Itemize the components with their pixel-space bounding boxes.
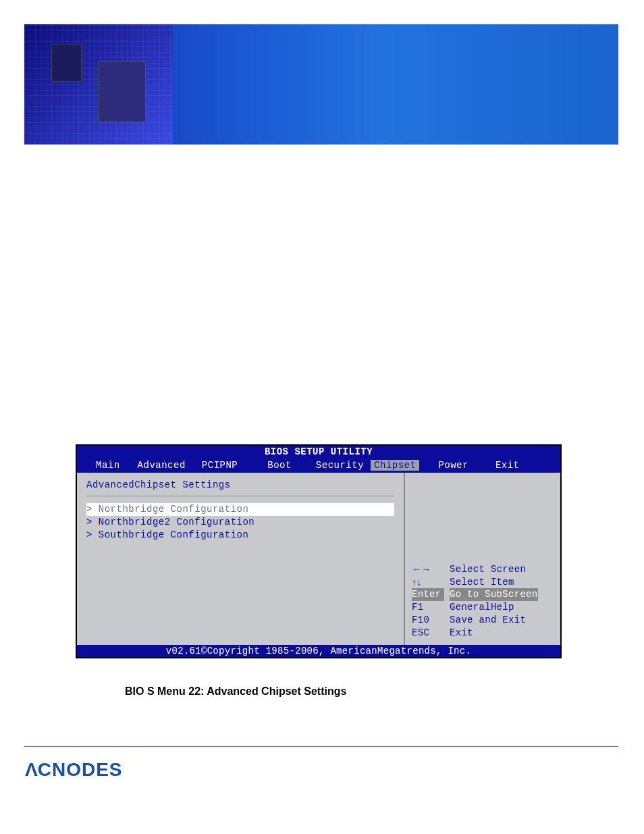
tab-power[interactable]: Power [433,460,474,471]
tab-advanced[interactable]: Advanced [132,460,191,471]
up-down-arrow-icon: ↑↓ [412,576,444,589]
help-text-select-screen: Select Screen [450,563,526,576]
help-row-esc: ESC Exit [412,627,554,640]
section-divider [86,496,394,496]
chip-graphic-1 [99,61,146,122]
help-text-esc: Exit [450,627,473,640]
tab-main[interactable]: Main [90,460,126,471]
figure-caption: BIO S Menu 22: Advanced Chipset Settings [125,685,346,698]
logo-icon: Λ [24,759,38,781]
help-text-enter: Go to SubScreen [450,588,538,601]
tab-pcipnp[interactable]: PCIPNP [196,460,243,471]
tab-security[interactable]: Security [311,460,369,471]
bios-utility-window: BIOS SETUP UTILITY Main Advanced PCIPNP … [76,444,562,658]
left-right-arrow-icon: ←→ [412,563,444,576]
brand-text: CNODES [38,759,123,780]
chip-graphic-2 [51,45,82,82]
bios-title: BIOS SETUP UTILITY [77,446,560,458]
help-row-f10: F10 Save and Exit [412,614,554,627]
help-row-enter: Enter Go to SubScreen [412,588,554,601]
help-key-f10: F10 [412,614,444,627]
bios-footer: v02.61©Copyright 1985-2006, AmericanMega… [77,645,560,657]
menu-item-northbridge2[interactable]: > Northbridge2 Configuration [86,516,394,529]
section-title: AdvancedChipset Settings [86,479,394,490]
help-key-enter: Enter [412,588,444,601]
menu-item-northbridge[interactable]: > Northbridge Configuration [86,503,394,516]
help-text-f1: GeneralHelp [450,601,514,614]
bios-body: AdvancedChipset Settings > Northbridge C… [77,473,560,645]
help-key-f1: F1 [412,601,444,614]
help-row-select-item: ↑↓ Select Item [412,576,554,589]
bios-left-pane: AdvancedChipset Settings > Northbridge C… [77,473,405,645]
tab-exit[interactable]: Exit [490,460,525,471]
help-row-f1: F1 GeneralHelp [412,601,554,614]
help-text-f10: Save and Exit [450,614,526,627]
header-banner [24,24,618,145]
help-text-select-item: Select Item [450,576,514,589]
brand-logo: ΛCNODES [24,759,122,781]
tab-chipset[interactable]: Chipset [371,460,419,471]
help-block: ←→ Select Screen ↑↓ Select Item Enter Go… [412,563,554,640]
help-key-esc: ESC [412,627,444,640]
bios-right-pane: ←→ Select Screen ↑↓ Select Item Enter Go… [405,473,560,645]
tab-boot[interactable]: Boot [262,460,297,471]
bios-tab-bar: Main Advanced PCIPNP Boot Security Chips… [77,458,560,473]
help-row-select-screen: ←→ Select Screen [412,563,554,576]
page-divider [24,746,618,747]
menu-item-southbridge[interactable]: > Southbridge Configuration [86,529,394,542]
